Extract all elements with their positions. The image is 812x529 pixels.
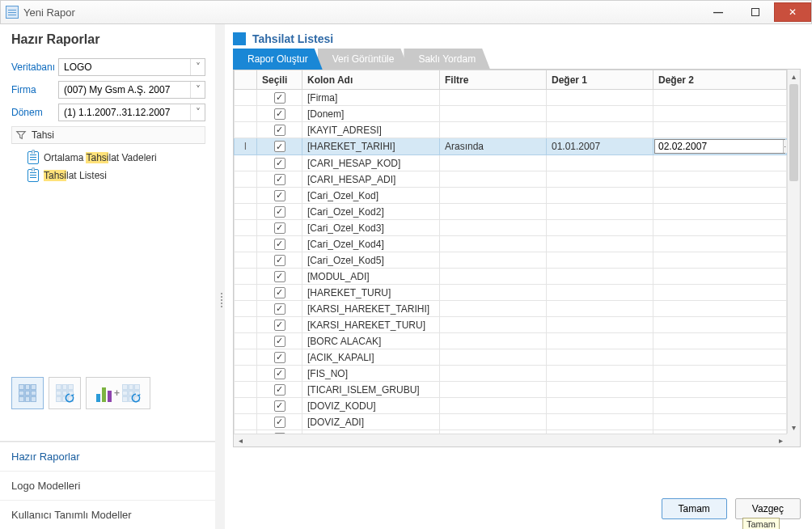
period-input[interactable]: [59, 107, 190, 118]
cell-filter[interactable]: [440, 252, 547, 269]
cell-value1[interactable]: 01.01.2007: [547, 138, 653, 155]
db-input[interactable]: [59, 61, 190, 73]
table-row[interactable]: [ACIK_KAPALI]: [235, 349, 787, 366]
cell-value1[interactable]: [547, 366, 653, 382]
cell-value1[interactable]: [547, 106, 653, 122]
table-row[interactable]: [TICARI_ISLEM_GRUBU]: [235, 382, 787, 398]
table-row[interactable]: [CARI_HESAP_ADI]: [235, 171, 787, 188]
cell-selected[interactable]: [257, 366, 302, 382]
cell-filter[interactable]: [440, 349, 547, 366]
cell-colname[interactable]: [KAYIT_ADRESI]: [302, 122, 440, 138]
cell-selected[interactable]: [257, 398, 302, 414]
cell-colname[interactable]: [Cari_Ozel_Kod5]: [302, 252, 440, 269]
nav-ready-reports[interactable]: Hazır Raporlar: [0, 442, 215, 471]
table-row[interactable]: [Firma]: [235, 90, 787, 106]
table-row[interactable]: [KARSI_HAREKET_TARIHI]: [235, 301, 787, 317]
cell-value1[interactable]: [547, 122, 653, 138]
checkbox-icon[interactable]: [274, 141, 285, 152]
cell-value1[interactable]: [547, 188, 653, 204]
checkbox-icon[interactable]: [274, 239, 285, 250]
checkbox-icon[interactable]: [274, 158, 285, 169]
cell-colname[interactable]: [Cari_Ozel_Kod2]: [302, 204, 440, 220]
table-row[interactable]: [Cari_Ozel_Kod]: [235, 188, 787, 204]
cell-selected[interactable]: [257, 155, 302, 171]
cell-value2[interactable]: [653, 106, 787, 122]
tree-item[interactable]: Ortalama Tahsilat Vadeleri: [27, 149, 205, 167]
cell-colname[interactable]: [Donem]: [302, 106, 440, 122]
cell-value1[interactable]: [547, 204, 653, 220]
table-row[interactable]: [Cari_Ozel_Kod4]: [235, 236, 787, 252]
checkbox-icon[interactable]: [274, 174, 285, 185]
cell-filter[interactable]: [440, 398, 547, 414]
tab-proc[interactable]: Saklı Yordam: [404, 49, 490, 70]
checkbox-icon[interactable]: [274, 287, 285, 298]
cell-value1[interactable]: [547, 252, 653, 269]
checkbox-icon[interactable]: [274, 303, 285, 315]
table-row[interactable]: [DOVIZ_ADI]: [235, 414, 787, 430]
cell-colname[interactable]: [Firma]: [302, 90, 440, 106]
db-combo[interactable]: ˅: [58, 58, 205, 76]
scroll-up-icon[interactable]: ▴: [788, 70, 800, 83]
cell-selected[interactable]: [257, 220, 302, 236]
cell-value1[interactable]: [547, 414, 653, 430]
cell-colname[interactable]: [Cari_Ozel_Kod]: [302, 188, 440, 204]
cell-value1[interactable]: [547, 398, 653, 414]
value2-input[interactable]: [655, 141, 783, 152]
cell-filter[interactable]: [440, 122, 547, 138]
table-row[interactable]: [Donem]: [235, 106, 787, 122]
cell-value1[interactable]: [547, 236, 653, 252]
cell-value1[interactable]: [547, 90, 653, 106]
cell-value1[interactable]: [547, 301, 653, 317]
cell-selected[interactable]: [257, 269, 302, 285]
cell-filter[interactable]: [440, 414, 547, 430]
cell-filter[interactable]: [440, 236, 547, 252]
cell-colname[interactable]: [KARSI_HAREKET_TURU]: [302, 317, 440, 333]
col-value1[interactable]: Değer 1: [547, 70, 653, 90]
cell-selected[interactable]: [257, 90, 302, 106]
table-row[interactable]: [CARI_HESAP_KOD]: [235, 155, 787, 171]
cell-colname[interactable]: [DOVIZ_KODU]: [302, 398, 440, 414]
cell-selected[interactable]: [257, 204, 302, 220]
cell-value2[interactable]: [653, 366, 787, 382]
cell-value1[interactable]: [547, 285, 653, 301]
cell-colname[interactable]: [KARSI_HAREKET_TARIHI]: [302, 301, 440, 317]
maximize-button[interactable]: [737, 2, 774, 22]
cell-value2[interactable]: [653, 269, 787, 285]
tab-view[interactable]: Veri Görüntüle: [318, 49, 409, 70]
checkbox-icon[interactable]: [274, 320, 285, 331]
cell-selected[interactable]: [257, 414, 302, 430]
cell-value1[interactable]: [547, 269, 653, 285]
checkbox-icon[interactable]: [274, 400, 285, 412]
cell-value2[interactable]: [653, 236, 787, 252]
filter-row[interactable]: Tahsi: [11, 126, 205, 144]
cell-selected[interactable]: [257, 252, 302, 269]
tab-create[interactable]: Rapor Oluştur: [233, 49, 323, 70]
cell-selected[interactable]: [257, 171, 302, 188]
nav-logo-models[interactable]: Logo Modelleri: [0, 471, 215, 500]
checkbox-icon[interactable]: [274, 125, 285, 136]
cell-selected[interactable]: [257, 285, 302, 301]
cell-selected[interactable]: [257, 188, 302, 204]
cell-colname[interactable]: [HAREKET_TARIHI]: [302, 138, 440, 155]
checkbox-icon[interactable]: [274, 108, 285, 120]
minimize-button[interactable]: —: [700, 2, 737, 22]
table-row[interactable]: [BORC ALACAK]: [235, 333, 787, 349]
cell-value1[interactable]: [547, 349, 653, 366]
cell-value2[interactable]: [653, 414, 787, 430]
cell-value2[interactable]: [653, 122, 787, 138]
refresh-grid-button[interactable]: [49, 377, 81, 409]
cell-value1[interactable]: [547, 155, 653, 171]
cell-filter[interactable]: Arasında: [440, 138, 547, 155]
cell-value2[interactable]: [653, 204, 787, 220]
table-row[interactable]: [FIS_NO]: [235, 366, 787, 382]
table-row[interactable]: [MODUL_ADI]: [235, 269, 787, 285]
cell-selected[interactable]: [257, 236, 302, 252]
cell-filter[interactable]: [440, 317, 547, 333]
cell-value2[interactable]: [653, 90, 787, 106]
cell-selected[interactable]: [257, 106, 302, 122]
cell-value1[interactable]: [547, 171, 653, 188]
value2-editor[interactable]: ⋯✕: [654, 139, 785, 154]
cell-colname[interactable]: [Cari_Ozel_Kod4]: [302, 236, 440, 252]
cell-filter[interactable]: [440, 90, 547, 106]
cell-filter[interactable]: [440, 171, 547, 188]
